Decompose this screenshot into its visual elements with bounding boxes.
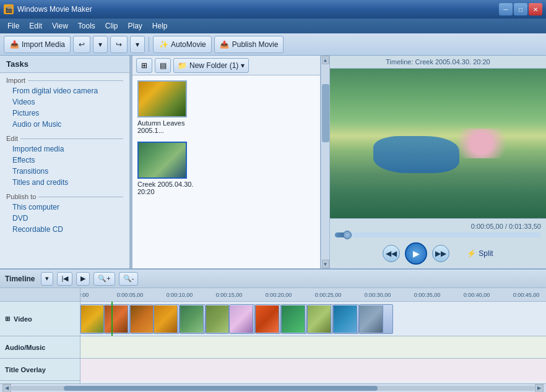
- autumn-thumbnail-image: [139, 82, 186, 116]
- split-button[interactable]: ⚡ Split: [467, 249, 493, 258]
- task-pictures[interactable]: Pictures: [0, 108, 129, 119]
- media-grid-view-button[interactable]: ⊞: [136, 58, 152, 73]
- play-icon: ▶: [413, 249, 420, 258]
- menu-help[interactable]: Help: [147, 20, 173, 32]
- timeline-scroll-left[interactable]: ◀: [2, 384, 11, 393]
- tasks-panel: Tasks Import From digital video camera V…: [0, 56, 130, 268]
- media-browser: ⊞ ▤ 📁 New Folder (1) ▾ Autumn Leaves 200…: [132, 56, 321, 268]
- timeline-zoom-in-button[interactable]: 🔍+: [93, 272, 115, 286]
- titlebar: 🎬 Windows Movie Maker ─ □ ✕: [0, 0, 546, 19]
- close-button[interactable]: ✕: [529, 3, 542, 15]
- total-time: 0:01:33,50: [509, 223, 541, 230]
- media-scroll-up[interactable]: ▲: [322, 56, 329, 64]
- media-thumb-autumn: [137, 80, 187, 117]
- automovie-button[interactable]: ✨ AutoMovie: [153, 36, 212, 53]
- task-transitions[interactable]: Transitions: [0, 166, 129, 177]
- video-track-expand[interactable]: ⊞: [5, 315, 10, 322]
- video-clip-1[interactable]: [80, 304, 104, 334]
- playback-controls: ◀◀ ▶ ▶▶ ⚡ Split: [335, 242, 541, 265]
- video-clip-6[interactable]: [206, 304, 229, 334]
- undo-button[interactable]: ↩: [73, 36, 90, 53]
- maximize-button[interactable]: □: [514, 3, 527, 15]
- title-overlay-track-label: Title Overlay: [0, 359, 80, 381]
- redo-button[interactable]: ↪: [110, 36, 128, 53]
- media-scroll-down[interactable]: ▼: [322, 260, 329, 268]
- media-scrollbar[interactable]: ▲ ▼: [321, 56, 329, 268]
- play-button[interactable]: ▶: [405, 242, 427, 265]
- timeline-scrollbar-area: ◀ ▶: [0, 383, 546, 392]
- task-imported-media[interactable]: Imported media: [0, 143, 129, 155]
- window-controls: ─ □ ✕: [499, 3, 542, 15]
- import-label: Import: [6, 77, 25, 84]
- time-mark-5: 0:00:25,00: [315, 292, 342, 298]
- clip-thumb-2: [105, 305, 128, 333]
- menu-tools[interactable]: Tools: [73, 20, 100, 32]
- timeline-zoom-out-button[interactable]: 🔍-: [119, 272, 139, 286]
- media-label-creek: Creek 2005.04.30. 20:20: [137, 181, 212, 195]
- audio-track-name: Audio/Music: [5, 344, 45, 351]
- rewind-icon: ◀◀: [386, 249, 397, 258]
- timeline-play-icon: ▶: [80, 275, 85, 283]
- redo-dropdown[interactable]: ▾: [130, 36, 145, 53]
- menu-view[interactable]: View: [47, 20, 73, 32]
- fast-forward-button[interactable]: ▶▶: [432, 245, 449, 262]
- timeline-dropdown-button[interactable]: ▾: [41, 272, 53, 286]
- task-videos[interactable]: Videos: [0, 96, 129, 108]
- menu-file[interactable]: File: [2, 20, 24, 32]
- import-media-button[interactable]: 📥 Import Media: [4, 36, 71, 53]
- video-clip-12[interactable]: [359, 304, 393, 334]
- undo-dropdown[interactable]: ▾: [93, 36, 108, 53]
- clip-thumb-8: [256, 305, 279, 333]
- timeline-label: Timeline: [5, 275, 35, 283]
- menu-clip[interactable]: Clip: [100, 20, 123, 32]
- task-audio-or-music[interactable]: Audio or Music: [0, 119, 129, 130]
- task-effects[interactable]: Effects: [0, 155, 129, 166]
- video-track: [80, 302, 546, 336]
- edit-label: Edit: [6, 135, 18, 142]
- seek-thumb[interactable]: [343, 231, 352, 239]
- task-recordable-cd[interactable]: Recordable CD: [0, 224, 129, 235]
- video-clip-7[interactable]: [229, 304, 255, 334]
- timeline-scrollbar[interactable]: [11, 386, 535, 391]
- publish-movie-button[interactable]: 📤 Publish Movie: [214, 36, 284, 53]
- toolbar: 📥 Import Media ↩ ▾ ↪ ▾ ✨ AutoMovie 📤 Pub…: [0, 33, 546, 56]
- clip-thumb-1: [81, 305, 104, 333]
- clip-thumb-9: [282, 305, 305, 333]
- video-track-label: ⊞ Video: [0, 302, 80, 336]
- video-clip-8[interactable]: [255, 304, 281, 334]
- minimize-button[interactable]: ─: [499, 3, 513, 15]
- timeline-tracks: 00:00 0:00:05,00 0:00:10,00 0:00:15,00 0…: [80, 288, 546, 383]
- preview-seekbar[interactable]: [335, 232, 541, 237]
- video-clip-11[interactable]: [333, 304, 359, 334]
- task-dvd[interactable]: DVD: [0, 213, 129, 224]
- video-clip-4[interactable]: [154, 304, 180, 334]
- timeline-scroll-right[interactable]: ▶: [535, 384, 544, 393]
- main-content: Tasks Import From digital video camera V…: [0, 56, 546, 268]
- publish-label: Publish to: [6, 193, 36, 200]
- menu-edit[interactable]: Edit: [24, 20, 47, 32]
- creek-water: [373, 136, 460, 174]
- task-titles-and-credits[interactable]: Titles and credits: [0, 177, 129, 188]
- timeline-back-to-start-button[interactable]: |◀: [57, 272, 72, 286]
- menu-play[interactable]: Play: [123, 20, 147, 32]
- media-scroll-thumb[interactable]: [322, 84, 329, 143]
- video-clip-2[interactable]: [104, 304, 130, 334]
- timeline-dropdown-icon: ▾: [45, 275, 49, 283]
- task-this-computer[interactable]: This computer: [0, 202, 129, 213]
- automovie-label: AutoMovie: [171, 40, 206, 49]
- media-details-view-button[interactable]: ▤: [155, 58, 171, 73]
- timeline-header: Timeline ▾ |◀ ▶ 🔍+ 🔍-: [0, 270, 546, 288]
- video-clip-3[interactable]: [130, 304, 154, 334]
- time-mark-2: 0:00:10,00: [167, 292, 193, 298]
- task-from-digital-video-camera[interactable]: From digital video camera: [0, 85, 129, 96]
- folder-dropdown[interactable]: 📁 New Folder (1) ▾: [173, 58, 249, 73]
- video-clip-5[interactable]: [180, 304, 206, 334]
- media-item-autumn[interactable]: Autumn Leaves 2005.1...: [137, 80, 315, 134]
- video-clip-9[interactable]: [281, 304, 307, 334]
- timeline-scroll-thumb[interactable]: [64, 386, 378, 391]
- video-clip-10[interactable]: [307, 304, 333, 334]
- rewind-button[interactable]: ◀◀: [383, 245, 400, 262]
- undo-icon: ↩: [79, 40, 85, 49]
- timeline-play-button[interactable]: ▶: [76, 272, 90, 286]
- media-item-creek[interactable]: Creek 2005.04.30. 20:20: [137, 142, 315, 195]
